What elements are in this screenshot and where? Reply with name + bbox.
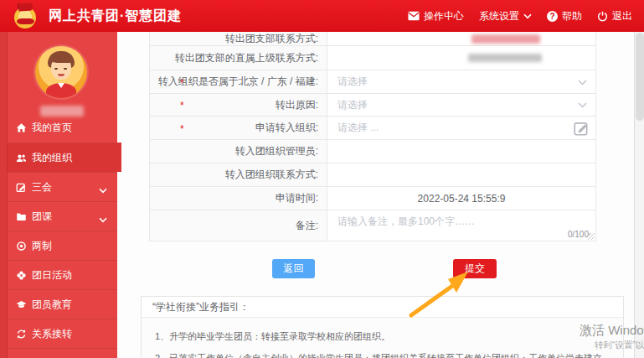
field-label: 转入团组织管理员:	[235, 144, 318, 158]
main-content: 转出团支部联系方式: 转出团支部的直属上级联系方式: * 转入组织是否属于北京 …	[117, 32, 634, 358]
home-icon	[16, 122, 27, 133]
char-counter: 0/100	[568, 230, 589, 239]
field-label: 转出团支部联系方式:	[225, 32, 318, 45]
guidance-panel: “学社衔接”业务指引： 1、升学的毕业学生团员：转接至录取学校相应的团组织。 2…	[141, 296, 624, 358]
header-menu: 操作中心 系统设置 ? 帮助 退出	[408, 9, 644, 23]
form-row-transfer-reason: * 转出原因: 请选择	[150, 94, 595, 117]
scrollbar-thumb[interactable]	[636, 33, 644, 121]
sidebar-item-label: 我的组织	[32, 151, 72, 165]
sidebar-item-label: 三会	[32, 180, 52, 195]
select-placeholder: 请选择	[337, 75, 368, 89]
chevron-down-icon	[523, 13, 532, 19]
sidebar-item-label: 关系接转	[32, 327, 72, 341]
field-label: 转出原因:	[276, 98, 318, 112]
target-admin-value	[327, 140, 595, 163]
sidebar-item-label: 团课	[32, 210, 52, 224]
mail-icon	[408, 11, 420, 21]
guidance-item-1: 1、升学的毕业学生团员：转接至录取学校相应的团组织。	[155, 329, 610, 345]
region-select[interactable]: 请选择	[327, 70, 595, 93]
menu-label: 操作中心	[424, 9, 464, 23]
menu-logout[interactable]: 退出	[597, 9, 632, 23]
chevron-down-icon	[578, 99, 587, 111]
edit-icon[interactable]	[573, 120, 590, 137]
picker-placeholder: 请选择 ...	[337, 121, 379, 135]
redacted-value	[468, 54, 542, 62]
folder-icon	[16, 211, 27, 222]
back-button[interactable]: 返回	[272, 259, 315, 278]
textarea-placeholder: 请输入备注，最多100个字……	[337, 215, 475, 229]
required-asterisk: *	[180, 122, 184, 134]
select-placeholder: 请选择	[337, 98, 368, 112]
sidebar-item-two-systems[interactable]: 两制	[8, 231, 117, 260]
app-title: 网上共青团·智慧团建	[49, 8, 182, 25]
sidebar-item-label: 团员教育	[32, 298, 72, 312]
chevron-down-icon	[99, 214, 107, 226]
apply-time-value: 2022-05-24 15:55:9	[327, 187, 595, 210]
field-label: 转出团支部的直属上级联系方式:	[175, 51, 318, 65]
sidebar-item-my-homepage[interactable]: 我的首页	[8, 113, 117, 143]
field-label: 转入团组织联系方式:	[225, 168, 318, 182]
menu-label: 退出	[612, 9, 632, 23]
guidance-title: “学社衔接”业务指引：	[142, 297, 623, 318]
form-row-remarks: 备注: 请输入备注，最多100个字…… 0/100	[150, 210, 595, 241]
sidebar-item-label: 两制	[32, 239, 52, 253]
menu-help[interactable]: ? 帮助	[547, 9, 582, 23]
submit-button[interactable]: 提交	[453, 259, 497, 278]
pencil-icon	[16, 182, 27, 193]
target-organization-picker[interactable]: 请选择 ...	[327, 117, 595, 139]
question-icon: ?	[547, 11, 558, 22]
sidebar-item-league-day-activity[interactable]: 团日活动	[8, 260, 117, 289]
required-asterisk: *	[180, 76, 184, 88]
form-row-target-region: * 转入组织是否属于北京 / 广东 / 福建: 请选择	[150, 70, 595, 94]
target-icon	[16, 241, 27, 252]
form-row-outgoing-superior-contact: 转出团支部的直属上级联系方式:	[150, 46, 595, 70]
form-row-target-contact: 转入团组织联系方式:	[150, 163, 595, 187]
sidebar-item-member-education[interactable]: 团员教育	[8, 289, 117, 319]
page-scrollbar[interactable]	[634, 32, 644, 358]
reason-select[interactable]: 请选择	[327, 94, 595, 116]
guidance-body: 1、升学的毕业学生团员：转接至录取学校相应的团组织。 2、已落实工作单位（含自主…	[142, 318, 623, 358]
remarks-textarea[interactable]: 请输入备注，最多100个字…… 0/100	[327, 210, 595, 241]
form-row-target-admin: 转入团组织管理员:	[150, 140, 595, 163]
menu-label: 系统设置	[479, 9, 519, 23]
chevron-down-icon	[578, 76, 587, 88]
avatar[interactable]	[35, 46, 87, 98]
menu-label: 帮助	[562, 9, 582, 23]
sidebar-item-my-organization[interactable]: 我的组织	[8, 143, 121, 172]
form-row-outgoing-branch-contact: 转出团支部联系方式:	[150, 32, 595, 46]
target-contact-value	[327, 163, 595, 186]
education-icon	[16, 299, 27, 310]
power-icon	[597, 11, 608, 22]
sidebar-item-label: 我的首页	[32, 121, 72, 135]
form-row-apply-time: 申请时间: 2022-05-24 15:55:9	[150, 187, 595, 210]
form-row-target-organization: * 申请转入组织: 请选择 ...	[150, 117, 595, 140]
redacted-value	[471, 34, 540, 44]
sidebar-nav: 我的首页 我的组织 三会 团课	[8, 113, 117, 355]
menu-system-settings[interactable]: 系统设置	[479, 9, 532, 23]
sidebar-item-relationship-transfer[interactable]: 关系接转	[8, 319, 117, 348]
sidebar-item-league-course[interactable]: 团课	[8, 201, 117, 231]
required-asterisk: *	[180, 100, 184, 112]
field-label: 申请转入组织:	[255, 121, 318, 135]
app-header: 网上共青团·智慧团建 操作中心 系统设置 ? 帮助 退出	[0, 0, 644, 32]
sidebar: 我的首页 我的组织 三会 团课	[0, 32, 117, 358]
cyl-emblem-logo	[13, 3, 39, 29]
transfer-icon	[16, 329, 27, 340]
resize-handle-icon[interactable]	[588, 233, 595, 240]
guidance-item-2: 2、已落实工作单位（含自主创业）的毕业学生团员：将团组织关系转接至工作单位团组织…	[155, 350, 610, 358]
menu-operations-center[interactable]: 操作中心	[408, 9, 464, 23]
field-label: 申请时间:	[276, 191, 318, 205]
sidebar-scroll-strip[interactable]	[0, 32, 8, 358]
transfer-form-table: 转出团支部联系方式: 转出团支部的直属上级联系方式: * 转入组织是否属于北京 …	[149, 32, 596, 241]
sidebar-item-three-meetings[interactable]: 三会	[8, 172, 117, 201]
sidebar-item-label: 团日活动	[32, 268, 72, 283]
activity-icon	[16, 270, 27, 281]
organization-icon	[16, 153, 27, 163]
chevron-down-icon	[99, 184, 107, 196]
sidebar-item-partial	[8, 348, 117, 355]
field-label: 备注:	[296, 219, 318, 233]
